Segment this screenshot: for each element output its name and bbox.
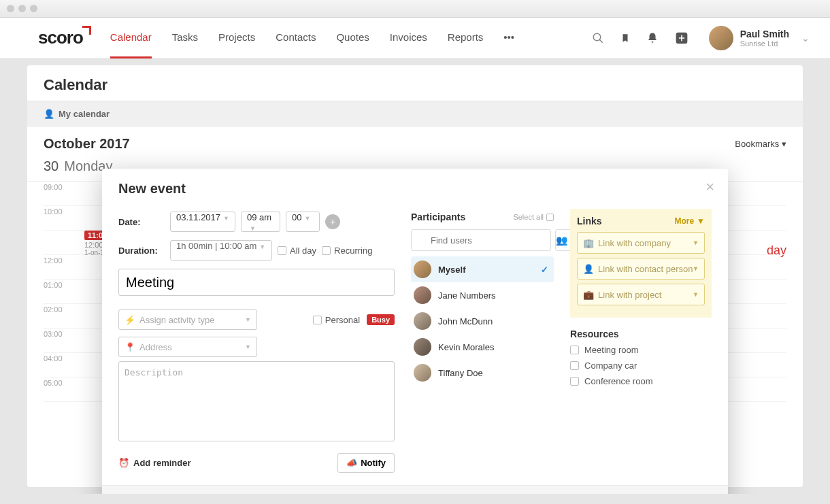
add-icon[interactable] [675, 31, 688, 45]
modal-backdrop: New event × Date: 03.11.2017▼ 09 am▼ 00▼… [27, 65, 803, 487]
user-org: Sunrise Ltd [740, 39, 789, 48]
nav-contacts[interactable]: Contacts [276, 18, 316, 58]
check-icon: ✓ [541, 265, 548, 275]
links-title: Links [577, 216, 602, 226]
links-section: Links More ▼ 🏢Link with company▼ 👤Link w… [570, 209, 712, 318]
resource-checkbox[interactable]: Company car [570, 360, 712, 371]
resources-title: Resources [570, 329, 619, 339]
avatar [414, 364, 431, 382]
participant-item[interactable]: Jane Numbers [411, 282, 554, 308]
participants-title: Participants [411, 212, 465, 222]
add-reminder-link[interactable]: ⏰ Add reminder [118, 458, 191, 468]
main-nav: Calendar Tasks Projects Contacts Quotes … [110, 18, 592, 58]
resource-checkbox[interactable]: Conference room [570, 376, 712, 386]
notify-button[interactable]: 📣 Notify [337, 453, 395, 473]
user-name: Paul Smith [740, 29, 789, 39]
traffic-light-max[interactable] [30, 5, 37, 12]
user-menu[interactable]: Paul Smith Sunrise Ltd ⌄ [709, 26, 810, 50]
busy-badge[interactable]: Busy [367, 314, 395, 325]
bell-icon[interactable] [646, 32, 659, 44]
avatar [709, 26, 733, 50]
megaphone-icon: 📣 [346, 458, 357, 468]
avatar [414, 312, 431, 330]
participant-item[interactable]: Kevin Morales [411, 334, 554, 360]
pin-icon: 📍 [124, 342, 135, 352]
all-day-checkbox[interactable]: All day [278, 246, 316, 256]
nav-more[interactable]: ••• [503, 18, 514, 58]
date-label: Date: [118, 217, 165, 227]
svg-line-1 [599, 39, 603, 43]
nav-quotes[interactable]: Quotes [336, 18, 369, 58]
top-icons [592, 31, 688, 45]
participant-item[interactable]: Myself ✓ [411, 256, 554, 282]
chevron-down-icon: ⌄ [801, 33, 810, 44]
link-project-select[interactable]: 💼Link with project▼ [577, 284, 705, 305]
new-event-modal: New event × Date: 03.11.2017▼ 09 am▼ 00▼… [102, 169, 728, 494]
bolt-icon: ⚡ [124, 315, 135, 325]
participant-item[interactable]: John McDunn [411, 308, 554, 334]
hour-input[interactable]: 09 am▼ [241, 212, 280, 232]
event-title-input[interactable] [118, 269, 395, 296]
traffic-light-min[interactable] [18, 5, 26, 12]
nav-tasks[interactable]: Tasks [172, 18, 198, 58]
alarm-icon: ⏰ [118, 458, 129, 468]
search-icon[interactable] [592, 32, 604, 44]
topbar: scoro Calendar Tasks Projects Contacts Q… [0, 18, 830, 58]
svg-point-0 [593, 33, 601, 41]
minute-input[interactable]: 00▼ [286, 212, 320, 232]
link-contact-select[interactable]: 👤Link with contact person▼ [577, 258, 705, 280]
date-input[interactable]: 03.11.2017▼ [170, 212, 235, 232]
address-input[interactable]: 📍 Address ▼ [118, 337, 257, 357]
activity-type-select[interactable]: ⚡ Assign activity type ▼ [118, 309, 257, 330]
bookmark-icon[interactable] [620, 32, 630, 44]
person-icon: 👤 [583, 264, 594, 274]
participant-item[interactable]: Tiffany Doe [411, 360, 554, 386]
window-chrome [0, 0, 830, 18]
resource-checkbox[interactable]: Meeting room [570, 345, 712, 355]
page: Calendar 👤 My calendar October 2017 Book… [27, 65, 803, 487]
nav-projects[interactable]: Projects [218, 18, 255, 58]
avatar [414, 261, 431, 278]
link-company-select[interactable]: 🏢Link with company▼ [577, 232, 705, 254]
duration-input[interactable]: 1h 00min | 10:00 am▼ [170, 240, 272, 261]
avatar [414, 338, 431, 356]
add-date-button[interactable]: + [325, 214, 340, 229]
select-all-link[interactable]: Select all [513, 213, 554, 221]
nav-calendar[interactable]: Calendar [110, 18, 152, 58]
description-textarea[interactable] [118, 361, 395, 441]
more-links-dropdown[interactable]: More ▼ [674, 216, 705, 226]
logo: scoro [38, 27, 83, 48]
find-users-input[interactable] [411, 229, 551, 251]
people-icon: 👥 [556, 235, 567, 246]
recurring-checkbox[interactable]: Recurring [322, 246, 372, 256]
company-icon: 🏢 [583, 238, 594, 248]
briefcase-icon: 💼 [583, 290, 594, 300]
modal-title: New event [118, 181, 712, 197]
nav-reports[interactable]: Reports [448, 18, 484, 58]
personal-checkbox[interactable]: Personal [313, 315, 360, 325]
duration-label: Duration: [118, 246, 165, 256]
traffic-light-close[interactable] [7, 5, 14, 12]
close-icon[interactable]: × [706, 178, 714, 196]
avatar [414, 286, 431, 304]
nav-invoices[interactable]: Invoices [390, 18, 427, 58]
